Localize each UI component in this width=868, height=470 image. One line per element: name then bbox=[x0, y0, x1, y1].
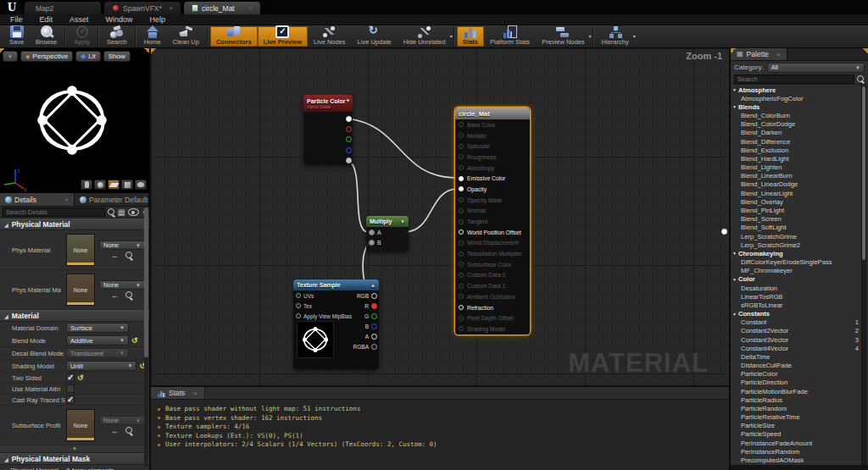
tab-stats[interactable]: Stats × bbox=[151, 387, 205, 399]
cast-ray-traced-shadows-checkbox[interactable] bbox=[66, 395, 75, 404]
search-details-input[interactable] bbox=[3, 207, 105, 217]
palette-item[interactable]: ▼ Blend_LinearLight bbox=[731, 189, 862, 197]
menu-item[interactable]: Help bbox=[150, 15, 166, 24]
window-tab[interactable]: SpawnVFX* × bbox=[103, 1, 181, 14]
menu-item[interactable]: File bbox=[10, 15, 23, 24]
palette-item[interactable]: ▼ sRGBToLinear bbox=[731, 301, 862, 309]
chevron-down-icon[interactable]: ▾ bbox=[633, 33, 636, 39]
material-input-pin[interactable] bbox=[459, 208, 464, 213]
toolbar-button[interactable]: ▾ bbox=[593, 27, 594, 46]
section-physical-material-mask[interactable]: ◢Physical Material Mask bbox=[0, 453, 149, 465]
browse-to-asset-icon[interactable] bbox=[125, 427, 133, 434]
texture-sample-input-pin[interactable] bbox=[296, 293, 301, 298]
toolbar-button[interactable]: Live Update ▾ bbox=[352, 26, 398, 47]
asset-thumbnail[interactable]: None bbox=[66, 409, 95, 441]
reset-to-default-icon[interactable]: ↺ bbox=[77, 374, 84, 382]
asset-dropdown[interactable]: None▼ bbox=[99, 241, 145, 250]
material-input-pin[interactable] bbox=[459, 219, 464, 224]
node-texture-sample[interactable]: Texture Sample▲ UVs Tex Apply View MipBi… bbox=[293, 279, 379, 369]
preview-mesh-button[interactable] bbox=[81, 180, 92, 190]
palette-item[interactable]: ▼ Blend_HardLight bbox=[731, 154, 862, 163]
material-input-pin[interactable] bbox=[459, 316, 464, 321]
menu-item[interactable]: Asset bbox=[70, 15, 89, 24]
expand-advanced-button[interactable]: ▼ bbox=[0, 445, 149, 453]
palette-item[interactable]: ▼ Constant3Vector 3 bbox=[731, 335, 862, 344]
chevron-down-icon[interactable]: ▼ bbox=[400, 219, 405, 224]
palette-item[interactable]: ▼ Blend_LinearBurn bbox=[731, 172, 862, 180]
preview-mesh-button[interactable] bbox=[135, 180, 147, 190]
palette-item[interactable]: ▼ AtmosphericFogColor bbox=[731, 94, 862, 102]
toolbar-button[interactable]: Browse ▾ bbox=[30, 26, 63, 47]
palette-item[interactable]: ▼ Blend_Screen bbox=[731, 215, 862, 224]
menu-item[interactable]: Window bbox=[106, 15, 133, 24]
material-input-pin[interactable] bbox=[459, 262, 464, 267]
browse-to-asset-icon[interactable] bbox=[125, 291, 133, 299]
palette-item[interactable]: ▼ ParticleSpeed bbox=[731, 430, 862, 439]
toolbar-button[interactable]: Hide Unrelated ▾ bbox=[398, 26, 452, 47]
palette-item[interactable]: ▼ Color bbox=[731, 275, 862, 284]
blend-mode-dropdown[interactable]: Additive▼ bbox=[66, 335, 129, 346]
tab-details[interactable]: Details × bbox=[0, 193, 75, 206]
rgb-output-pin[interactable] bbox=[346, 116, 352, 122]
texture-sample-output-pin[interactable] bbox=[371, 303, 377, 309]
node-multiply[interactable]: Multiply▼ A B bbox=[366, 216, 409, 252]
palette-item[interactable]: ▼ PerInstanceFadeAmount bbox=[731, 439, 862, 447]
close-icon[interactable]: × bbox=[169, 4, 173, 12]
window-tab[interactable]: circle_Mat × bbox=[183, 1, 261, 14]
toolbar-button[interactable]: ▾ bbox=[135, 27, 136, 46]
asset-thumbnail[interactable]: None bbox=[66, 274, 95, 306]
toolbar-button[interactable]: ▾ bbox=[453, 27, 455, 46]
palette-item[interactable]: ▼ ParticleSize bbox=[731, 422, 862, 430]
palette-item[interactable]: ▼ DeltaTime bbox=[731, 352, 862, 361]
material-input-pin[interactable] bbox=[459, 241, 464, 246]
palette-item[interactable]: ▼ Constant4Vector 4 bbox=[731, 344, 862, 352]
palette-search-input[interactable] bbox=[734, 75, 854, 84]
palette-item[interactable]: ▼ Blend_Darken bbox=[731, 129, 862, 137]
material-input-pin[interactable] bbox=[459, 122, 464, 127]
material-input-pin[interactable] bbox=[459, 133, 464, 138]
node-circle-mat-result[interactable]: circle_Mat Base Color Metallic Specular … bbox=[455, 108, 530, 335]
palette-item[interactable]: ▼ Chromakeying bbox=[731, 249, 862, 257]
multiply-input-pin[interactable] bbox=[369, 240, 375, 246]
palette-item[interactable]: ▼ Lerp_ScratchGrime bbox=[731, 232, 862, 241]
palette-item[interactable]: ▼ MF_Chromakeyer bbox=[731, 267, 862, 275]
multiply-output-pin[interactable] bbox=[721, 229, 727, 235]
a-output-pin[interactable] bbox=[346, 158, 352, 163]
close-icon[interactable]: × bbox=[776, 51, 781, 58]
r-output-pin[interactable] bbox=[346, 126, 352, 132]
palette-item[interactable]: ▼ ParticleColor bbox=[731, 370, 862, 379]
preview-mesh-button[interactable] bbox=[94, 180, 106, 190]
palette-item[interactable]: ▼ Constants bbox=[731, 309, 862, 318]
chevron-down-icon[interactable]: ▾ bbox=[589, 33, 592, 39]
preview-mesh-button[interactable] bbox=[121, 180, 133, 190]
show-button[interactable]: Show bbox=[103, 51, 131, 62]
asset-thumbnail[interactable]: None bbox=[66, 234, 95, 266]
material-input-pin[interactable] bbox=[459, 305, 464, 310]
palette-item[interactable]: ▼ Blend_Lighten bbox=[731, 163, 862, 172]
palette-item[interactable]: ▼ ParticleRandom bbox=[731, 404, 862, 412]
palette-item[interactable]: ▼ Blends bbox=[731, 102, 862, 111]
texture-sample-output-pin[interactable] bbox=[371, 323, 377, 329]
palette-item[interactable]: ▼ Blend_Exclusion bbox=[731, 146, 862, 154]
palette-item[interactable]: ▼ Lerp_ScratchGrime2 bbox=[731, 241, 862, 249]
palette-item[interactable]: ▼ Constant 1 bbox=[731, 318, 862, 327]
use-material-attributes-checkbox[interactable] bbox=[66, 384, 75, 393]
close-icon[interactable]: × bbox=[193, 390, 198, 397]
material-input-pin[interactable] bbox=[459, 154, 464, 159]
palette-item[interactable]: ▼ PrecomputedAOMask bbox=[731, 456, 862, 464]
preview-mesh-button[interactable] bbox=[108, 180, 120, 190]
toolbar-button[interactable]: Live Preview ▾ bbox=[258, 26, 308, 47]
browse-to-asset-icon[interactable] bbox=[125, 252, 133, 259]
palette-item[interactable]: ▼ Atmosphere bbox=[731, 86, 862, 94]
column-view-icon[interactable]: ▦ bbox=[118, 208, 125, 217]
category-dropdown[interactable]: All▼ bbox=[767, 63, 865, 73]
use-selected-icon[interactable]: ← bbox=[111, 252, 119, 259]
palette-item[interactable]: ▼ Blend_Overlay bbox=[731, 197, 862, 206]
material-input-pin[interactable] bbox=[459, 197, 464, 202]
multiply-input-pin[interactable] bbox=[369, 229, 375, 235]
toolbar-button[interactable]: ▾ bbox=[64, 27, 66, 46]
node-particle-color[interactable]: Particle Color▼ Input Data bbox=[303, 95, 353, 165]
chevron-down-icon[interactable]: ▼ bbox=[346, 98, 351, 103]
palette-item[interactable]: ▼ Blend_Difference bbox=[731, 137, 862, 146]
toolbar-button[interactable]: Save ▾ bbox=[3, 26, 30, 47]
